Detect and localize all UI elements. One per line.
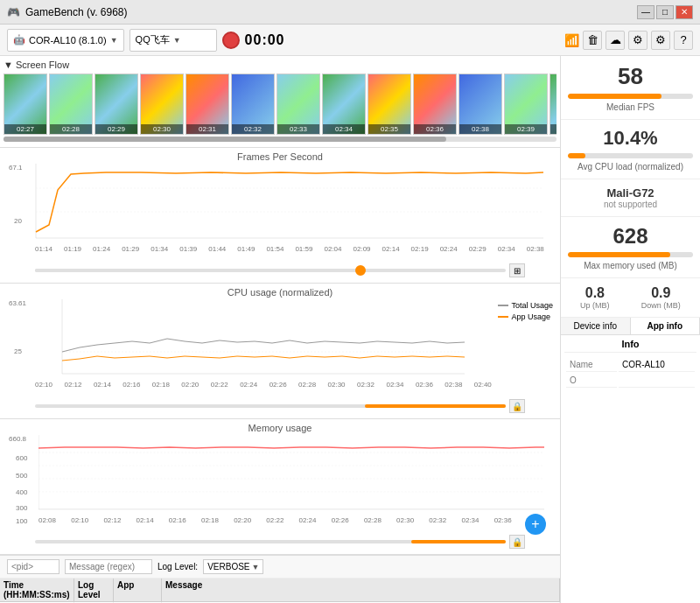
timer-display: 00:00 xyxy=(245,32,285,48)
thumbnail-12[interactable]: 02:40 xyxy=(550,74,556,135)
thumbnail-7[interactable]: 02:34 xyxy=(322,74,366,135)
info-row-os: O xyxy=(566,374,695,388)
thumbnail-2[interactable]: 02:29 xyxy=(94,74,138,135)
thumb-time-11: 02:39 xyxy=(505,124,547,134)
fps-slider-thumb[interactable] xyxy=(355,265,366,276)
cpu-chart-svg xyxy=(35,299,492,378)
info-table: Name COR-AL10 O xyxy=(564,356,696,389)
device-selector[interactable]: 🤖 COR-AL10 (8.1.0) ▼ xyxy=(7,29,124,52)
memory-stat-bar xyxy=(568,252,693,257)
cpu-chart-title: CPU usage (normalized) xyxy=(7,287,553,298)
thumbnail-9[interactable]: 02:36 xyxy=(413,74,457,135)
thumb-time-2: 02:29 xyxy=(95,124,137,134)
thumbnail-1[interactable]: 02:28 xyxy=(49,74,93,135)
log-level-label: Log Level: xyxy=(158,562,198,571)
wifi-icon: 📶 xyxy=(564,33,579,47)
tab-device-info[interactable]: Device info xyxy=(561,318,631,334)
info-val-os xyxy=(619,374,695,388)
memory-bar-fill xyxy=(568,252,670,257)
fps-expand-button[interactable]: ⊞ xyxy=(509,263,525,277)
fps-stat-value: 58 xyxy=(568,63,693,90)
tab-app-info[interactable]: App info xyxy=(631,318,701,334)
thumbnail-11[interactable]: 02:39 xyxy=(504,74,548,135)
cpu-slider[interactable]: 🔒 xyxy=(35,399,525,413)
thumbnail-scrollbar[interactable] xyxy=(4,137,556,142)
cpu-lock-button[interactable]: 🔒 xyxy=(509,399,525,413)
fps-stat-label: Median FPS xyxy=(568,102,693,112)
main-content: ▼ Screen Flow 02:27 02:28 02:29 02:30 02… xyxy=(0,56,700,603)
thumb-time-9: 02:36 xyxy=(414,124,456,134)
memory-chart-svg xyxy=(38,435,544,514)
charts-area: Frames Per Second 67.1 20 xyxy=(0,148,560,603)
maximize-button[interactable]: □ xyxy=(656,5,674,19)
memory-stat-box: 628 Max memory used (MB) xyxy=(561,217,700,278)
info-title: Info xyxy=(564,339,696,353)
thumbnail-3[interactable]: 02:30 xyxy=(140,74,184,135)
log-col-msg-header: Message xyxy=(162,578,560,601)
memory-slider[interactable]: 🔒 xyxy=(35,535,525,549)
cpu-legend-total: Total Usage xyxy=(511,301,553,310)
fps-chart: Frames Per Second 67.1 20 xyxy=(0,148,560,284)
up-label: Up (MB) xyxy=(580,301,610,310)
pid-filter-input[interactable] xyxy=(7,559,60,574)
thumbnail-6[interactable]: 02:33 xyxy=(276,74,320,135)
gear-icon[interactable]: ⚙ xyxy=(651,31,670,50)
fps-stat-box: 58 Median FPS xyxy=(561,56,700,120)
thumb-time-0: 02:27 xyxy=(4,124,46,134)
tab-content: Info Name COR-AL10 O xyxy=(561,335,700,603)
cpu-bar-fill xyxy=(568,153,585,158)
mem-y-300: 300 xyxy=(16,504,27,512)
thumbnail-8[interactable]: 02:35 xyxy=(368,74,411,135)
close-button[interactable]: ✕ xyxy=(676,5,693,19)
log-table: Time (HH:MM:SS:ms) Log Level App Message… xyxy=(0,578,560,603)
app-selector[interactable]: QQ飞车 ▼ xyxy=(130,29,217,52)
thumb-time-7: 02:34 xyxy=(323,124,365,134)
message-filter-input[interactable] xyxy=(65,559,152,574)
thumb-time-12: 02:40 xyxy=(550,124,556,134)
down-label: Down (MB) xyxy=(641,301,681,310)
thumb-time-10: 02:38 xyxy=(459,124,501,134)
record-button[interactable] xyxy=(222,32,240,49)
cpu-x-labels: 02:1002:1202:1402:1602:1802:2002:2202:24… xyxy=(35,381,492,389)
fps-bar-fill xyxy=(568,94,662,99)
screen-flow-label: ▼ Screen Flow xyxy=(4,60,69,70)
fps-chart-area: 67.1 20 01:1401:1901:2401:2901:3401:3901… xyxy=(35,164,544,260)
memory-lock-button[interactable]: 🔒 xyxy=(509,535,525,549)
mem-y-400: 400 xyxy=(16,488,27,496)
minimize-button[interactable]: — xyxy=(637,5,654,19)
android-icon: 🤖 xyxy=(13,34,25,46)
info-key-os: O xyxy=(566,374,617,388)
thumbnail-0[interactable]: 02:27 xyxy=(4,74,47,135)
screen-flow: ▼ Screen Flow 02:27 02:28 02:29 02:30 02… xyxy=(0,56,560,148)
toolbar: 🤖 COR-AL10 (8.1.0) ▼ QQ飞车 ▼ 00:00 📶 🗑 ☁ … xyxy=(0,25,700,56)
add-session-button[interactable]: + xyxy=(525,514,546,535)
memory-stat-label: Max memory used (MB) xyxy=(568,261,693,270)
fps-stat-bar xyxy=(568,94,693,99)
upload-button[interactable]: ☁ xyxy=(606,31,625,50)
cpu-stat-label: Avg CPU load (normalized) xyxy=(568,162,693,172)
title-bar: 🎮 GameBench (v. 6968) — □ ✕ xyxy=(0,0,700,25)
thumbnail-4[interactable]: 02:31 xyxy=(186,74,229,135)
gpu-stat-box: Mali-G72 not supported xyxy=(561,179,700,217)
app-chevron-icon: ▼ xyxy=(173,36,181,45)
thumbnail-10[interactable]: 02:38 xyxy=(458,74,502,135)
fps-chart-title: Frames Per Second xyxy=(7,151,553,162)
thumb-time-1: 02:28 xyxy=(50,124,92,134)
cpu-legend: Total Usage App Usage xyxy=(498,301,553,321)
device-name: COR-AL10 (8.1.0) xyxy=(29,35,107,46)
thumb-time-8: 02:35 xyxy=(368,124,410,134)
cpu-y-mid: 25 xyxy=(14,347,22,355)
help-button[interactable]: ? xyxy=(674,31,693,50)
memory-chart: Memory usage 660.8 600 500 400 300 100 xyxy=(0,419,560,555)
log-header: Time (HH:MM:SS:ms) Log Level App Message xyxy=(0,578,560,602)
cpu-chart: CPU usage (normalized) 63.61 25 02: xyxy=(0,284,560,419)
delete-button[interactable]: 🗑 xyxy=(583,31,602,50)
log-filters: Log Level: VERBOSE ▼ xyxy=(0,556,560,578)
fps-slider[interactable]: ⊞ xyxy=(35,263,525,277)
down-value: 0.9 xyxy=(641,285,681,301)
settings-button[interactable]: ⚙ xyxy=(628,31,648,50)
right-panel: 58 Median FPS 10.4% Avg CPU load (normal… xyxy=(560,56,700,603)
device-chevron-icon: ▼ xyxy=(110,36,118,45)
log-level-select[interactable]: VERBOSE ▼ xyxy=(203,559,263,574)
thumbnail-5[interactable]: 02:32 xyxy=(231,74,275,135)
